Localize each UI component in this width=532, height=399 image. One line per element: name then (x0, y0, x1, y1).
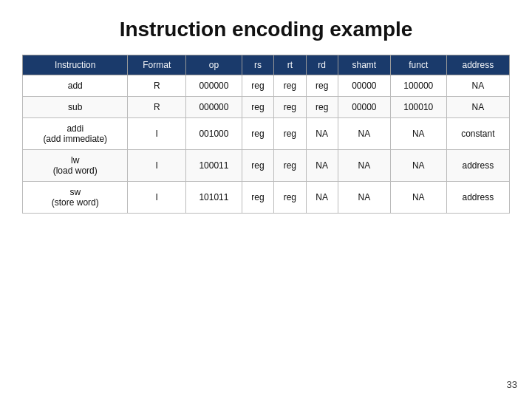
table-cell: reg (274, 97, 306, 118)
column-header: Format (128, 55, 186, 75)
table-row: addi(add immediate)I001000regregNANANAco… (23, 118, 510, 150)
table-cell: NA (306, 182, 338, 214)
table-cell: NA (338, 150, 390, 182)
table-cell: add (23, 75, 128, 97)
table-cell: R (128, 75, 186, 97)
table-cell: NA (338, 118, 390, 150)
table-cell: NA (390, 118, 446, 150)
table-cell: 000000 (186, 75, 242, 97)
column-header: shamt (338, 55, 390, 75)
table-cell: reg (242, 75, 273, 97)
table-cell: I (128, 118, 186, 150)
table-cell: sw(store word) (23, 182, 128, 214)
table-cell: 101011 (186, 182, 242, 214)
table-cell: reg (242, 97, 273, 118)
table-cell: reg (274, 118, 306, 150)
table-cell: I (128, 150, 186, 182)
column-header: rt (274, 55, 306, 75)
table-cell: NA (446, 97, 509, 118)
page-title: Instruction encoding example (0, 0, 532, 55)
table-cell: NA (390, 150, 446, 182)
table-cell: reg (242, 118, 273, 150)
encoding-table: InstructionFormatoprsrtrdshamtfunctaddre… (22, 55, 510, 214)
table-row: sw(store word)I101011regregNANANAaddress (23, 182, 510, 214)
table-cell: reg (306, 97, 338, 118)
column-header: op (186, 55, 242, 75)
table-cell: 100010 (390, 97, 446, 118)
table-cell: 100000 (390, 75, 446, 97)
table-row: addR000000regregreg00000100000NA (23, 75, 510, 97)
table-cell: reg (274, 182, 306, 214)
table-cell: reg (242, 182, 273, 214)
table-cell: 100011 (186, 150, 242, 182)
table-cell: 000000 (186, 97, 242, 118)
table-cell: address (446, 182, 509, 214)
table-cell: address (446, 150, 509, 182)
table-cell: lw(load word) (23, 150, 128, 182)
table-cell: 00000 (338, 97, 390, 118)
table-cell: I (128, 182, 186, 214)
column-header: Instruction (23, 55, 128, 75)
column-header: rd (306, 55, 338, 75)
table-cell: constant (446, 118, 509, 150)
column-header: address (446, 55, 509, 75)
page-number: 33 (507, 379, 517, 390)
column-header: rs (242, 55, 273, 75)
table-cell: NA (446, 75, 509, 97)
table-cell: 001000 (186, 118, 242, 150)
table-row: subR000000regregreg00000100010NA (23, 97, 510, 118)
table-cell: R (128, 97, 186, 118)
column-header: funct (390, 55, 446, 75)
table-cell: NA (338, 182, 390, 214)
table-cell: NA (306, 118, 338, 150)
table-cell: sub (23, 97, 128, 118)
table-cell: NA (306, 150, 338, 182)
table-cell: addi(add immediate) (23, 118, 128, 150)
table-cell: reg (274, 75, 306, 97)
table-cell: reg (242, 150, 273, 182)
table-row: lw(load word)I100011regregNANANAaddress (23, 150, 510, 182)
table-cell: reg (306, 75, 338, 97)
table-cell: NA (390, 182, 446, 214)
table-cell: reg (274, 150, 306, 182)
table-cell: 00000 (338, 75, 390, 97)
